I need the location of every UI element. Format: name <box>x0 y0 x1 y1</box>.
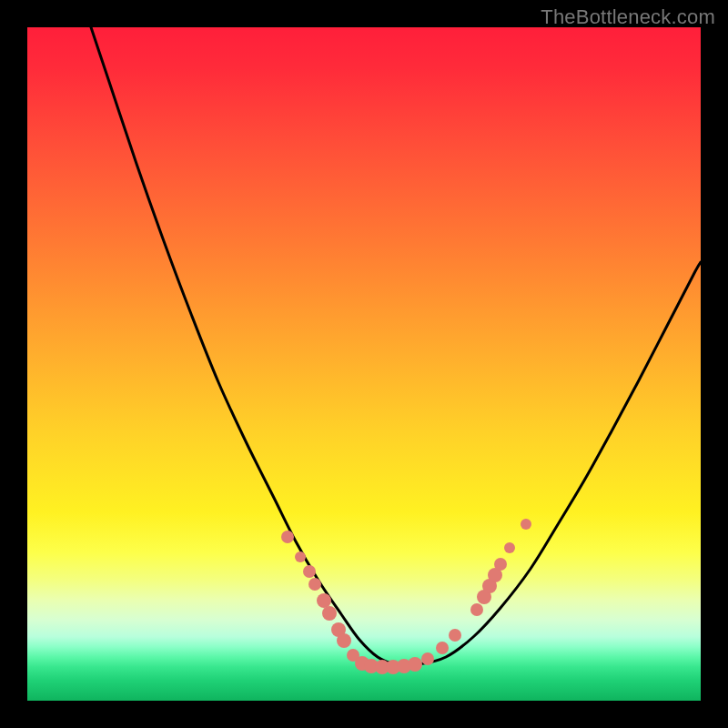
data-point <box>408 657 422 672</box>
data-point <box>470 603 483 616</box>
data-point <box>504 542 515 553</box>
data-point <box>317 593 331 608</box>
data-point <box>449 629 461 642</box>
data-point <box>494 558 507 571</box>
data-point <box>322 606 337 621</box>
curve-layer <box>27 27 701 701</box>
watermark-text: TheBottleneck.com <box>541 5 715 29</box>
bottleneck-curve <box>82 27 701 665</box>
data-markers <box>281 519 531 674</box>
data-point <box>421 652 434 665</box>
data-point <box>303 565 316 578</box>
chart-stage: TheBottleneck.com <box>0 0 728 728</box>
data-point <box>295 551 306 562</box>
data-point <box>281 531 294 543</box>
data-point <box>308 578 321 591</box>
data-point <box>337 633 351 648</box>
plot-area <box>27 27 701 701</box>
data-point <box>521 519 531 530</box>
data-point <box>436 642 449 654</box>
